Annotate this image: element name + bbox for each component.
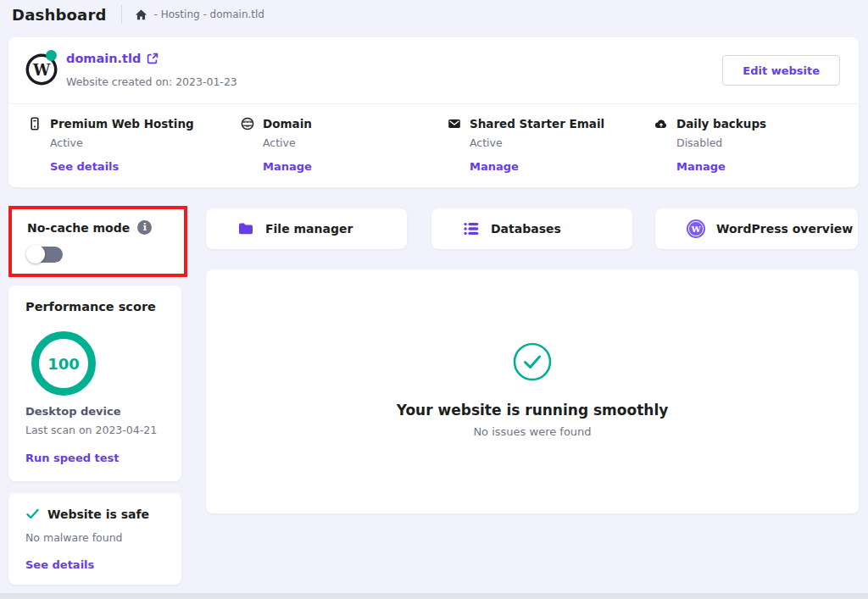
status-title: Your website is running smoothly xyxy=(397,402,669,419)
service-daily-backups: Daily backups Disabled Manage xyxy=(654,117,854,173)
envelope-icon xyxy=(448,117,461,130)
databases-card[interactable]: Databases xyxy=(431,208,632,249)
status-subtitle: No issues were found xyxy=(473,425,591,438)
run-speed-test-link[interactable]: Run speed test xyxy=(25,452,120,464)
service-status: Active xyxy=(50,136,227,149)
service-manage-link[interactable]: Manage xyxy=(263,160,440,173)
website-created-date: Website created on: 2023-01-23 xyxy=(66,75,237,88)
website-card: W domain.tld Website created on: 2023-01… xyxy=(8,37,859,187)
see-details-link[interactable]: See details xyxy=(25,558,94,571)
page-title: Dashboard xyxy=(12,6,107,24)
card-divider xyxy=(8,103,859,104)
file-manager-label: File manager xyxy=(265,222,353,236)
edit-website-button[interactable]: Edit website xyxy=(722,55,840,86)
service-manage-link[interactable]: Manage xyxy=(470,160,647,173)
performance-last-scan: Last scan on 2023-04-21 xyxy=(25,424,157,436)
website-domain-link[interactable]: domain.tld xyxy=(66,52,159,65)
domain-name[interactable]: domain.tld xyxy=(66,52,141,65)
cloud-backup-icon xyxy=(654,117,668,130)
globe-icon: www xyxy=(241,117,254,130)
external-link-icon[interactable] xyxy=(147,53,159,64)
databases-label: Databases xyxy=(491,222,561,236)
no-cache-card-annotation-highlight: No-cache mode i xyxy=(8,206,187,277)
bottom-strip xyxy=(0,593,868,599)
wordpress-icon: W xyxy=(687,219,705,238)
no-cache-toggle[interactable] xyxy=(26,245,64,263)
svg-text:W: W xyxy=(690,225,701,234)
toggle-knob xyxy=(26,245,45,263)
top-header: Dashboard - Hosting - domain.tld xyxy=(0,0,868,29)
service-manage-link[interactable]: Manage xyxy=(676,160,854,173)
website-safe-title: Website is safe xyxy=(47,507,149,521)
service-status: Active xyxy=(263,136,440,149)
wordpress-overview-label: WordPress overview xyxy=(716,222,853,236)
folder-icon xyxy=(237,220,254,237)
service-shared-starter-email: Shared Starter Email Active Manage xyxy=(448,117,647,173)
website-status-dot xyxy=(46,50,57,61)
performance-score-card: Performance score 100 Desktop device Las… xyxy=(8,286,181,481)
service-domain: www Domain Active Manage xyxy=(241,117,440,173)
service-name: Premium Web Hosting xyxy=(50,117,194,130)
service-premium-web-hosting: Premium Web Hosting Active See details xyxy=(28,117,227,173)
svg-text:www: www xyxy=(242,119,253,124)
no-cache-mode-label: No-cache mode xyxy=(27,221,130,235)
website-status-card: Your website is running smoothly No issu… xyxy=(206,269,859,513)
service-see-details-link[interactable]: See details xyxy=(50,160,227,173)
breadcrumb[interactable]: - Hosting - domain.tld xyxy=(154,8,264,20)
service-name: Shared Starter Email xyxy=(470,117,604,130)
service-status: Active xyxy=(470,136,647,149)
service-name: Domain xyxy=(263,117,312,130)
check-circle-icon xyxy=(513,342,552,385)
svg-text:W: W xyxy=(32,61,51,79)
performance-score-ring: 100 xyxy=(31,331,96,396)
hosting-dashboard: Dashboard - Hosting - domain.tld W domai… xyxy=(0,0,868,599)
check-icon xyxy=(25,507,40,521)
file-manager-card[interactable]: File manager xyxy=(206,208,407,249)
service-name: Daily backups xyxy=(676,117,766,130)
home-icon[interactable] xyxy=(135,8,147,21)
performance-title: Performance score xyxy=(25,300,156,313)
performance-score-value: 100 xyxy=(47,355,80,373)
server-icon xyxy=(28,117,42,130)
performance-device: Desktop device xyxy=(25,405,121,418)
header-divider xyxy=(121,5,122,24)
info-icon[interactable]: i xyxy=(137,220,152,235)
website-safe-card: Website is safe No malware found See det… xyxy=(8,493,181,585)
database-icon xyxy=(463,220,480,237)
wordpress-overview-card[interactable]: W WordPress overview xyxy=(655,208,858,249)
no-malware-text: No malware found xyxy=(25,531,123,544)
service-status: Disabled xyxy=(676,136,854,149)
